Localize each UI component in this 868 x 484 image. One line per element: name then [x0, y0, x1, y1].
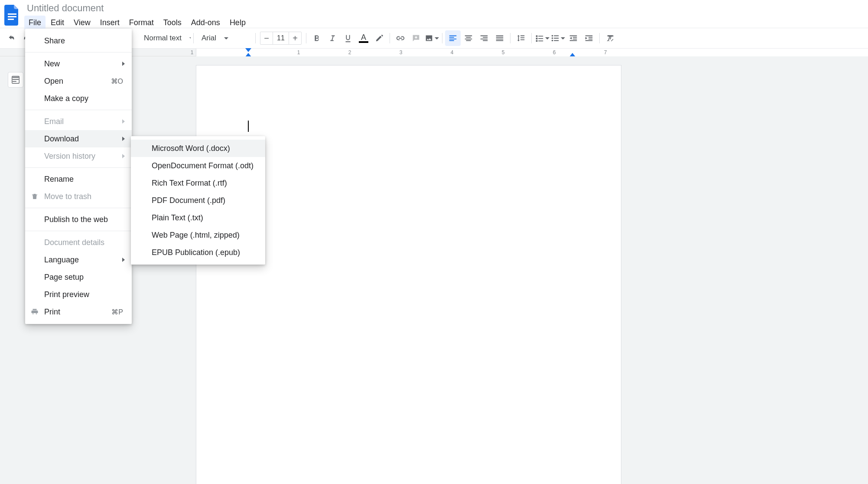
- underline-button[interactable]: [340, 30, 356, 46]
- menu-make-copy[interactable]: Make a copy: [25, 90, 132, 107]
- print-icon: [30, 307, 39, 316]
- menu-download[interactable]: Download: [25, 130, 132, 147]
- file-menu-dropdown: Share New Open⌘O Make a copy Email Downl…: [25, 29, 132, 324]
- bulleted-list-button[interactable]: [550, 30, 566, 46]
- menu-email: Email: [25, 113, 132, 130]
- align-center-button[interactable]: [461, 30, 476, 46]
- menu-file[interactable]: File: [24, 16, 46, 30]
- menu-print-preview[interactable]: Print preview: [25, 286, 132, 303]
- decrease-indent-button[interactable]: [566, 30, 581, 46]
- app-header: Untitled document File Edit View Insert …: [0, 0, 868, 28]
- first-line-indent-marker[interactable]: [245, 48, 251, 52]
- menu-rename[interactable]: Rename: [25, 170, 132, 188]
- download-txt[interactable]: Plain Text (.txt): [131, 209, 265, 226]
- insert-image-button[interactable]: [424, 30, 439, 46]
- font-family-select[interactable]: Arial: [196, 30, 253, 46]
- menu-help[interactable]: Help: [225, 16, 250, 30]
- menu-language[interactable]: Language: [25, 251, 132, 268]
- paragraph-style-select[interactable]: Normal text: [139, 30, 191, 46]
- font-size-input[interactable]: [273, 32, 289, 44]
- align-left-button[interactable]: [445, 30, 461, 46]
- caret-down-icon: [435, 37, 439, 39]
- caret-down-icon: [189, 37, 191, 39]
- align-right-button[interactable]: [476, 30, 492, 46]
- font-size-decrease[interactable]: −: [260, 32, 273, 44]
- italic-button[interactable]: [325, 30, 340, 46]
- menu-bar: File Edit View Insert Format Tools Add-o…: [24, 16, 250, 30]
- bold-button[interactable]: [309, 30, 325, 46]
- menu-share[interactable]: Share: [25, 32, 132, 49]
- menu-addons[interactable]: Add-ons: [187, 16, 224, 30]
- submenu-arrow-icon: [122, 119, 125, 124]
- download-epub[interactable]: EPUB Publication (.epub): [131, 244, 265, 261]
- menu-document-details: Document details: [25, 234, 132, 251]
- add-comment-button[interactable]: [408, 30, 424, 46]
- submenu-arrow-icon: [122, 258, 125, 262]
- caret-down-icon: [224, 37, 228, 39]
- download-pdf[interactable]: PDF Document (.pdf): [131, 192, 265, 209]
- text-cursor: [248, 121, 249, 132]
- undo-button[interactable]: [3, 30, 19, 46]
- svg-point-1: [552, 37, 553, 39]
- page[interactable]: [196, 65, 621, 484]
- download-rtf[interactable]: Rich Text Format (.rtf): [131, 174, 265, 192]
- menu-view[interactable]: View: [69, 16, 95, 30]
- menu-version-history: Version history: [25, 147, 132, 165]
- submenu-arrow-icon: [122, 154, 125, 158]
- menu-page-setup[interactable]: Page setup: [25, 268, 132, 286]
- download-submenu: Microsoft Word (.docx) OpenDocument Form…: [131, 136, 265, 265]
- docs-logo-icon[interactable]: [3, 3, 21, 27]
- menu-print[interactable]: Print⌘P: [25, 303, 132, 320]
- download-html[interactable]: Web Page (.html, zipped): [131, 226, 265, 244]
- menu-publish-web[interactable]: Publish to the web: [25, 211, 132, 228]
- menu-edit[interactable]: Edit: [46, 16, 68, 30]
- menu-open[interactable]: Open⌘O: [25, 72, 132, 90]
- paragraph-style-label: Normal text: [144, 34, 182, 43]
- caret-down-icon: [561, 37, 565, 39]
- menu-tools[interactable]: Tools: [159, 16, 186, 30]
- trash-icon: [30, 192, 39, 201]
- menu-insert[interactable]: Insert: [96, 16, 124, 30]
- outline-toggle-button[interactable]: [8, 72, 23, 88]
- caret-down-icon: [545, 37, 549, 39]
- download-odt[interactable]: OpenDocument Format (.odt): [131, 157, 265, 174]
- submenu-arrow-icon: [122, 62, 125, 66]
- clear-formatting-button[interactable]: [602, 30, 618, 46]
- insert-link-button[interactable]: [393, 30, 408, 46]
- checklist-button[interactable]: [534, 30, 550, 46]
- svg-point-0: [552, 35, 553, 37]
- font-size-group: − +: [260, 32, 302, 45]
- menu-move-to-trash: Move to trash: [25, 188, 132, 205]
- line-spacing-button[interactable]: [513, 30, 529, 46]
- svg-point-2: [552, 40, 553, 42]
- menu-format[interactable]: Format: [125, 16, 158, 30]
- highlight-color-button[interactable]: [371, 30, 387, 46]
- align-justify-button[interactable]: [492, 30, 507, 46]
- increase-indent-button[interactable]: [581, 30, 597, 46]
- download-docx[interactable]: Microsoft Word (.docx): [131, 140, 265, 157]
- font-size-increase[interactable]: +: [289, 32, 301, 44]
- font-family-label: Arial: [202, 34, 216, 43]
- submenu-arrow-icon: [122, 137, 125, 141]
- menu-new[interactable]: New: [25, 55, 132, 72]
- document-title[interactable]: Untitled document: [24, 3, 250, 14]
- text-color-button[interactable]: A: [356, 30, 371, 46]
